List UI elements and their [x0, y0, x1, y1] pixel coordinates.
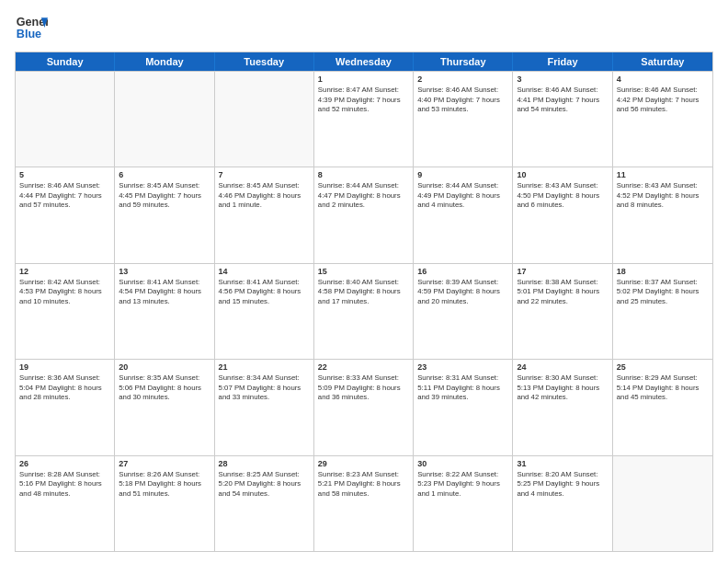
day-number: 26: [19, 459, 110, 468]
day-number: 8: [318, 170, 409, 179]
day-info: Sunrise: 8:45 AM Sunset: 4:45 PM Dayligh…: [119, 181, 210, 211]
day-info: Sunrise: 8:23 AM Sunset: 5:21 PM Dayligh…: [318, 470, 409, 500]
day-cell-7: 7Sunrise: 8:45 AM Sunset: 4:46 PM Daylig…: [215, 167, 314, 262]
day-cell-25: 25Sunrise: 8:29 AM Sunset: 5:14 PM Dayli…: [613, 360, 712, 454]
day-cell-13: 13Sunrise: 8:41 AM Sunset: 4:54 PM Dayli…: [115, 264, 214, 359]
calendar-week-5: 26Sunrise: 8:28 AM Sunset: 5:16 PM Dayli…: [16, 455, 712, 551]
day-info: Sunrise: 8:43 AM Sunset: 4:52 PM Dayligh…: [617, 181, 709, 211]
day-info: Sunrise: 8:20 AM Sunset: 5:25 PM Dayligh…: [517, 470, 608, 500]
header-cell-tuesday: Tuesday: [215, 52, 314, 71]
day-number: 11: [617, 170, 709, 179]
day-cell-5: 5Sunrise: 8:46 AM Sunset: 4:44 PM Daylig…: [16, 167, 115, 262]
day-cell-empty: [215, 72, 314, 167]
day-number: 12: [19, 267, 110, 276]
day-info: Sunrise: 8:39 AM Sunset: 4:59 PM Dayligh…: [417, 278, 508, 307]
day-info: Sunrise: 8:33 AM Sunset: 5:09 PM Dayligh…: [318, 373, 409, 403]
day-info: Sunrise: 8:28 AM Sunset: 5:16 PM Dayligh…: [19, 470, 110, 500]
day-info: Sunrise: 8:37 AM Sunset: 5:02 PM Dayligh…: [617, 278, 709, 307]
day-cell-8: 8Sunrise: 8:44 AM Sunset: 4:47 PM Daylig…: [314, 167, 414, 262]
day-cell-28: 28Sunrise: 8:25 AM Sunset: 5:20 PM Dayli…: [215, 456, 314, 551]
day-cell-30: 30Sunrise: 8:22 AM Sunset: 5:23 PM Dayli…: [414, 456, 513, 551]
day-cell-empty: [16, 72, 115, 167]
day-number: 24: [517, 362, 608, 372]
header-cell-saturday: Saturday: [613, 52, 712, 71]
day-number: 17: [517, 267, 608, 276]
day-info: Sunrise: 8:25 AM Sunset: 5:20 PM Dayligh…: [219, 470, 310, 500]
day-info: Sunrise: 8:22 AM Sunset: 5:23 PM Dayligh…: [417, 470, 508, 500]
day-number: 2: [417, 75, 508, 84]
day-info: Sunrise: 8:43 AM Sunset: 4:50 PM Dayligh…: [517, 181, 608, 211]
day-number: 29: [318, 459, 409, 468]
day-number: 19: [19, 362, 110, 372]
day-info: Sunrise: 8:42 AM Sunset: 4:53 PM Dayligh…: [19, 278, 110, 307]
logo: General Blue: [15, 11, 48, 44]
day-info: Sunrise: 8:30 AM Sunset: 5:13 PM Dayligh…: [517, 373, 608, 403]
calendar-header-row: SundayMondayTuesdayWednesdayThursdayFrid…: [16, 52, 712, 71]
day-number: 20: [119, 362, 210, 372]
day-number: 4: [617, 75, 709, 84]
day-cell-12: 12Sunrise: 8:42 AM Sunset: 4:53 PM Dayli…: [16, 264, 115, 359]
calendar-body: 1Sunrise: 8:47 AM Sunset: 4:39 PM Daylig…: [16, 71, 712, 551]
header-cell-thursday: Thursday: [414, 52, 513, 71]
calendar-week-2: 5Sunrise: 8:46 AM Sunset: 4:44 PM Daylig…: [16, 167, 712, 262]
day-number: 31: [517, 459, 608, 468]
day-number: 6: [119, 170, 210, 179]
day-cell-empty: [613, 456, 712, 551]
day-cell-11: 11Sunrise: 8:43 AM Sunset: 4:52 PM Dayli…: [613, 167, 712, 262]
day-number: 7: [219, 170, 310, 179]
day-cell-24: 24Sunrise: 8:30 AM Sunset: 5:13 PM Dayli…: [513, 360, 612, 454]
day-cell-6: 6Sunrise: 8:45 AM Sunset: 4:45 PM Daylig…: [115, 167, 214, 262]
day-number: 3: [517, 75, 608, 84]
header-cell-wednesday: Wednesday: [314, 52, 414, 71]
svg-text:Blue: Blue: [17, 28, 41, 40]
day-number: 25: [617, 362, 709, 372]
day-number: 15: [318, 267, 409, 276]
day-info: Sunrise: 8:44 AM Sunset: 4:49 PM Dayligh…: [417, 181, 508, 211]
day-number: 5: [19, 170, 110, 179]
day-cell-29: 29Sunrise: 8:23 AM Sunset: 5:21 PM Dayli…: [314, 456, 414, 551]
day-number: 16: [417, 267, 508, 276]
day-info: Sunrise: 8:46 AM Sunset: 4:44 PM Dayligh…: [19, 181, 110, 211]
day-info: Sunrise: 8:41 AM Sunset: 4:54 PM Dayligh…: [119, 278, 210, 307]
calendar-week-3: 12Sunrise: 8:42 AM Sunset: 4:53 PM Dayli…: [16, 263, 712, 359]
calendar: SundayMondayTuesdayWednesdayThursdayFrid…: [15, 52, 713, 552]
day-info: Sunrise: 8:36 AM Sunset: 5:04 PM Dayligh…: [19, 373, 110, 403]
day-cell-16: 16Sunrise: 8:39 AM Sunset: 4:59 PM Dayli…: [414, 264, 513, 359]
day-number: 10: [517, 170, 608, 179]
day-cell-23: 23Sunrise: 8:31 AM Sunset: 5:11 PM Dayli…: [414, 360, 513, 454]
day-cell-27: 27Sunrise: 8:26 AM Sunset: 5:18 PM Dayli…: [115, 456, 214, 551]
day-info: Sunrise: 8:34 AM Sunset: 5:07 PM Dayligh…: [219, 373, 310, 403]
day-number: 23: [417, 362, 508, 372]
header-cell-sunday: Sunday: [16, 52, 115, 71]
day-info: Sunrise: 8:40 AM Sunset: 4:58 PM Dayligh…: [318, 278, 409, 307]
day-info: Sunrise: 8:41 AM Sunset: 4:56 PM Dayligh…: [219, 278, 310, 307]
day-number: 27: [119, 459, 210, 468]
logo-icon: General Blue: [15, 11, 48, 44]
day-cell-20: 20Sunrise: 8:35 AM Sunset: 5:06 PM Dayli…: [115, 360, 214, 454]
day-cell-4: 4Sunrise: 8:46 AM Sunset: 4:42 PM Daylig…: [613, 72, 712, 167]
day-number: 22: [318, 362, 409, 372]
day-cell-14: 14Sunrise: 8:41 AM Sunset: 4:56 PM Dayli…: [215, 264, 314, 359]
day-cell-19: 19Sunrise: 8:36 AM Sunset: 5:04 PM Dayli…: [16, 360, 115, 454]
day-cell-31: 31Sunrise: 8:20 AM Sunset: 5:25 PM Dayli…: [513, 456, 612, 551]
day-info: Sunrise: 8:35 AM Sunset: 5:06 PM Dayligh…: [119, 373, 210, 403]
day-info: Sunrise: 8:45 AM Sunset: 4:46 PM Dayligh…: [219, 181, 310, 211]
day-info: Sunrise: 8:26 AM Sunset: 5:18 PM Dayligh…: [119, 470, 210, 500]
day-info: Sunrise: 8:47 AM Sunset: 4:39 PM Dayligh…: [318, 86, 409, 115]
day-info: Sunrise: 8:31 AM Sunset: 5:11 PM Dayligh…: [417, 373, 508, 403]
day-number: 9: [417, 170, 508, 179]
day-number: 14: [219, 267, 310, 276]
day-info: Sunrise: 8:46 AM Sunset: 4:40 PM Dayligh…: [417, 86, 508, 115]
day-cell-17: 17Sunrise: 8:38 AM Sunset: 5:01 PM Dayli…: [513, 264, 612, 359]
day-cell-9: 9Sunrise: 8:44 AM Sunset: 4:49 PM Daylig…: [414, 167, 513, 262]
day-cell-empty: [115, 72, 214, 167]
day-cell-2: 2Sunrise: 8:46 AM Sunset: 4:40 PM Daylig…: [414, 72, 513, 167]
day-cell-26: 26Sunrise: 8:28 AM Sunset: 5:16 PM Dayli…: [16, 456, 115, 551]
day-info: Sunrise: 8:46 AM Sunset: 4:41 PM Dayligh…: [517, 86, 608, 115]
header-cell-monday: Monday: [115, 52, 214, 71]
day-cell-1: 1Sunrise: 8:47 AM Sunset: 4:39 PM Daylig…: [314, 72, 414, 167]
day-info: Sunrise: 8:46 AM Sunset: 4:42 PM Dayligh…: [617, 86, 709, 115]
day-info: Sunrise: 8:44 AM Sunset: 4:47 PM Dayligh…: [318, 181, 409, 211]
day-number: 1: [318, 75, 409, 84]
header: General Blue: [15, 11, 713, 44]
